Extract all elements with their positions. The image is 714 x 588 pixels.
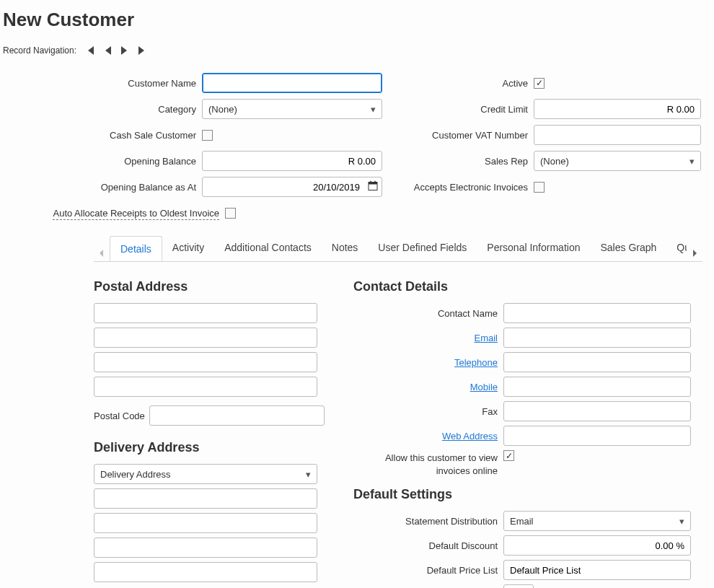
tab-user-defined-fields[interactable]: User Defined Fields [368,235,477,261]
statement-dist-value: Email [510,516,534,527]
default-price-list-label: Default Price List [353,565,498,576]
delivery-line1[interactable] [94,488,317,509]
category-label: Category [3,104,196,115]
nav-prev-button[interactable] [101,44,114,57]
top-form-left: Customer Name Category (None) ▾ Cash Sal… [3,73,385,223]
opening-balance-label: Opening Balance [3,156,196,167]
default-price-list-input[interactable] [503,560,691,580]
nav-next-button[interactable] [118,44,131,57]
tab-details[interactable]: Details [110,236,162,261]
email-input[interactable] [503,328,691,348]
web-address-input[interactable] [503,426,691,446]
sales-rep-select[interactable]: (None) ▾ [534,151,701,171]
calendar-icon[interactable] [368,181,378,193]
tab-activity[interactable]: Activity [162,235,214,261]
credit-limit-input[interactable] [534,99,701,119]
postal-code-label: Postal Code [94,411,145,421]
delivery-line3[interactable] [94,537,317,558]
record-nav-label: Record Navigation: [3,45,76,56]
svg-rect-1 [369,183,377,185]
default-settings-heading: Default Settings [353,487,702,502]
due-date-label: Due Date for Payment [353,584,498,588]
web-address-label-link[interactable]: Web Address [442,431,498,442]
email-label-link[interactable]: Email [474,333,498,343]
statement-dist-select[interactable]: Email ▾ [503,511,691,531]
tab-scroll-right[interactable] [687,245,702,261]
postal-line2[interactable] [94,328,317,348]
postal-code-input[interactable] [149,405,325,426]
allow-view-label: Allow this customer to view invoices onl… [353,450,498,477]
cash-sale-label: Cash Sale Customer [3,130,196,141]
delivery-address-value: Delivery Address [100,469,171,480]
chevron-down-icon: ▾ [371,104,376,115]
customer-name-label: Customer Name [3,78,196,89]
tab-quotes[interactable]: Quotes [666,235,687,261]
accepts-einv-checkbox[interactable] [534,182,545,193]
credit-limit-label: Credit Limit [392,104,528,115]
sales-rep-label: Sales Rep [392,156,528,167]
tabs: Details Activity Additional Contacts Not… [94,236,702,262]
postal-line1[interactable] [94,303,317,323]
contact-details-heading: Contact Details [353,279,702,294]
telephone-input[interactable] [503,352,691,372]
chevron-down-icon: ▾ [689,156,695,167]
opening-balance-input[interactable] [202,151,382,171]
contact-name-input[interactable] [503,303,691,323]
nav-first-button[interactable] [84,44,97,57]
sales-rep-value: (None) [540,156,569,167]
allow-view-checkbox[interactable] [503,450,514,461]
tab-personal-information[interactable]: Personal Information [477,235,590,261]
category-value: (None) [208,104,237,115]
delivery-line2[interactable] [94,513,317,533]
due-date-days-input[interactable] [503,584,534,588]
active-checkbox[interactable] [534,78,545,89]
mobile-input[interactable] [503,377,691,397]
customer-name-input[interactable] [202,73,382,93]
opening-balance-asat-input[interactable] [202,177,382,197]
accepts-einv-label: Accepts Electronic Invoices [392,182,528,193]
tab-sales-graph[interactable]: Sales Graph [590,235,666,261]
top-form: Customer Name Category (None) ▾ Cash Sal… [3,73,711,223]
default-discount-label: Default Discount [353,540,498,551]
tab-scroll-left[interactable] [94,245,110,261]
chevron-down-icon: ▾ [679,516,684,527]
default-discount-input[interactable] [503,535,691,556]
active-label: Active [392,78,528,89]
details-panel: Postal Address Postal Code Delivery Addr… [94,262,702,588]
fax-label: Fax [353,406,498,417]
chevron-down-icon: ▾ [306,469,311,480]
tab-additional-contacts[interactable]: Additional Contacts [214,235,322,261]
nav-last-button[interactable] [136,44,149,57]
opening-balance-asat-label: Opening Balance as At [3,182,196,193]
top-form-right: Active Credit Limit Customer VAT Number … [392,73,702,223]
record-navigation: Record Navigation: [3,44,711,57]
fax-input[interactable] [503,401,691,421]
delivery-address-heading: Delivery Address [94,440,325,455]
statement-dist-label: Statement Distribution [353,516,498,527]
page-title: New Customer [3,9,711,31]
contact-name-label: Contact Name [353,308,498,319]
tab-notes[interactable]: Notes [322,235,369,261]
telephone-label-link[interactable]: Telephone [454,357,498,368]
cash-sale-checkbox[interactable] [202,130,213,141]
auto-allocate-checkbox[interactable] [225,208,236,219]
postal-line4[interactable] [94,377,317,397]
delivery-line4[interactable] [94,562,317,582]
vat-label: Customer VAT Number [392,130,528,141]
delivery-address-select[interactable]: Delivery Address ▾ [94,464,317,484]
postal-line3[interactable] [94,352,317,372]
auto-allocate-label: Auto Allocate Receipts to Oldest Invoice [3,208,219,219]
vat-input[interactable] [534,125,701,145]
postal-address-heading: Postal Address [94,279,325,294]
category-select[interactable]: (None) ▾ [202,99,382,119]
mobile-label-link[interactable]: Mobile [470,382,498,392]
